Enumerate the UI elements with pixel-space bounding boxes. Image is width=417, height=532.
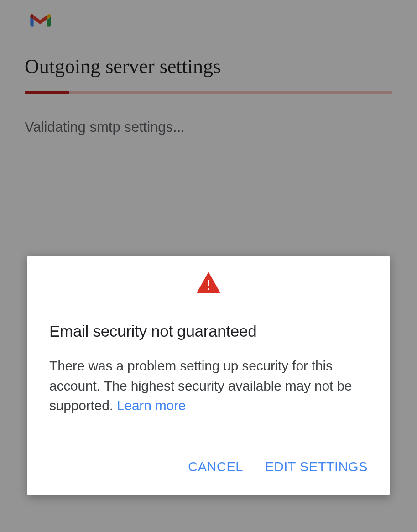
modal-overlay[interactable]: Email security not guaranteed There was … <box>0 0 417 532</box>
learn-more-link[interactable]: Learn more <box>117 398 186 413</box>
warning-triangle-icon <box>197 272 220 293</box>
dialog-actions: CANCEL EDIT SETTINGS <box>49 457 368 477</box>
dialog-title: Email security not guaranteed <box>49 322 368 340</box>
svg-rect-1 <box>208 288 209 290</box>
security-dialog: Email security not guaranteed There was … <box>27 256 390 495</box>
edit-settings-button[interactable]: EDIT SETTINGS <box>265 457 368 477</box>
dialog-body-text: There was a problem setting up security … <box>49 358 352 413</box>
svg-rect-0 <box>208 280 209 286</box>
dialog-icon-wrap <box>49 272 368 293</box>
dialog-body: There was a problem setting up security … <box>49 356 368 416</box>
cancel-button[interactable]: CANCEL <box>188 457 243 477</box>
